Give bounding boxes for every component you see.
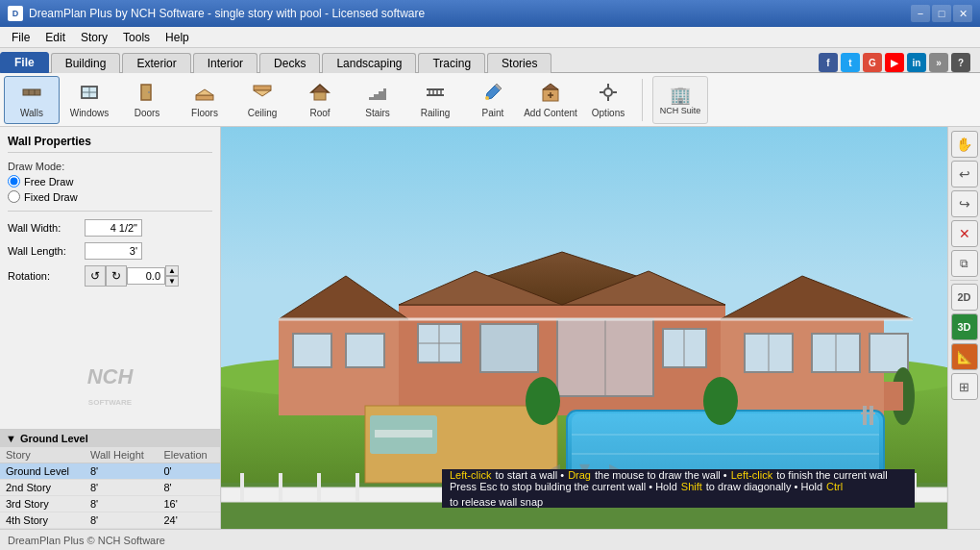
col-elevation: Elevation	[158, 447, 220, 463]
options-icon	[598, 82, 619, 106]
hand-tool[interactable]: ✋	[951, 131, 978, 158]
fixed-draw-option[interactable]: Fixed Draw	[8, 190, 212, 203]
copy-tool[interactable]: ⧉	[951, 250, 978, 277]
free-draw-option[interactable]: Free Draw	[8, 175, 212, 188]
story-row-2[interactable]: 3rd Story 8' 16'	[0, 496, 220, 512]
story-name-2: 3rd Story	[0, 496, 85, 512]
svg-rect-14	[314, 92, 326, 100]
status-text-1: to start a wall •	[495, 469, 564, 481]
toolbar-divider	[642, 79, 643, 121]
toolbar-paint[interactable]: Paint	[465, 76, 521, 124]
rotation-spinner: ▲ ▼	[165, 265, 179, 287]
tab-building[interactable]: Building	[51, 53, 121, 73]
toolbar-roof[interactable]: Roof	[292, 76, 348, 124]
tab-row: File Building Exterior Interior Decks La…	[0, 48, 980, 73]
story-height-0: 8'	[85, 463, 158, 480]
story-row-1[interactable]: 2nd Story 8' 8'	[0, 480, 220, 496]
viewport[interactable]: ◂ ▾ ▸ Left-click to start a wall • Drag …	[221, 127, 947, 529]
help-icon[interactable]: ?	[951, 53, 970, 72]
redo-tool[interactable]: ↪	[951, 190, 978, 217]
svg-rect-55	[346, 334, 384, 367]
menu-file[interactable]: File	[4, 29, 37, 46]
ground-level-header[interactable]: ▼ Ground Level	[0, 430, 220, 447]
ceiling-icon	[252, 82, 273, 106]
fixed-draw-radio[interactable]	[8, 190, 20, 203]
roof-icon	[309, 82, 331, 106]
story-height-2: 8'	[85, 496, 158, 512]
free-draw-radio[interactable]	[8, 175, 20, 188]
toolbar-doors[interactable]: Doors	[119, 76, 175, 124]
railing-icon	[425, 82, 446, 106]
svg-point-82	[703, 377, 738, 425]
tab-decks[interactable]: Decks	[259, 53, 320, 73]
rotate-right-button[interactable]: ↻	[106, 265, 127, 287]
tab-interior[interactable]: Interior	[193, 53, 257, 73]
tab-landscaping[interactable]: Landscaping	[322, 53, 416, 73]
rotate-left-button[interactable]: ↺	[85, 265, 106, 287]
status-text-2: the mouse to draw the wall •	[595, 469, 727, 481]
youtube-icon[interactable]: ▶	[885, 53, 904, 72]
story-row-3[interactable]: 4th Story 8' 24'	[0, 512, 220, 529]
svg-rect-68	[863, 406, 867, 425]
toolbar-options[interactable]: Options	[580, 76, 636, 124]
tab-file[interactable]: File	[0, 52, 49, 73]
close-button[interactable]: ✕	[953, 5, 972, 22]
grid-tool[interactable]: ⊞	[951, 373, 978, 400]
facebook-icon[interactable]: f	[819, 53, 838, 72]
undo-tool[interactable]: ↩	[951, 161, 978, 188]
more-icon[interactable]: »	[929, 53, 948, 72]
status-esc-text: Press Esc to stop building the current w…	[450, 481, 677, 492]
nch-suite-icon: 🏢	[670, 85, 691, 106]
story-table-body: Ground Level 8' 0' 2nd Story 8' 8' 3rd S…	[0, 463, 220, 529]
story-row-0[interactable]: Ground Level 8' 0'	[0, 463, 220, 480]
toolbar-right-area: f t G ▶ in » ?	[819, 53, 980, 72]
walls-icon	[21, 82, 42, 106]
svg-point-81	[526, 377, 560, 425]
menu-edit[interactable]: Edit	[37, 29, 73, 46]
toolbar-ceiling[interactable]: Ceiling	[234, 76, 290, 124]
toolbar-add-content[interactable]: Add Content	[523, 76, 578, 124]
col-wall-height: Wall Height	[85, 447, 158, 463]
status-line-2: Press Esc to stop building the current w…	[450, 481, 907, 508]
tab-tracing[interactable]: Tracing	[418, 53, 485, 73]
toolbar-floors[interactable]: Floors	[177, 76, 233, 124]
rotation-up-button[interactable]: ▲	[165, 265, 179, 276]
svg-marker-13	[311, 85, 329, 92]
wall-width-label: Wall Width:	[8, 222, 85, 234]
story-elevation-2: 16'	[158, 496, 220, 512]
wall-length-input[interactable]: 3'	[85, 242, 142, 260]
toolbar-stairs[interactable]: Stairs	[350, 76, 405, 124]
tab-exterior[interactable]: Exterior	[122, 53, 190, 73]
wall-properties-title: Wall Properties	[8, 135, 212, 153]
minimize-button[interactable]: −	[911, 5, 930, 22]
3d-tool[interactable]: 3D	[951, 313, 978, 340]
rotation-label: Rotation:	[8, 270, 85, 282]
linkedin-icon[interactable]: in	[907, 53, 926, 72]
paint-icon	[482, 82, 503, 106]
menu-bar: File Edit Story Tools Help	[0, 27, 980, 48]
toolbar-windows[interactable]: Windows	[61, 76, 117, 124]
nch-suite-button[interactable]: 🏢 NCH Suite	[652, 76, 708, 124]
svg-point-8	[148, 91, 150, 93]
menu-story[interactable]: Story	[73, 29, 115, 46]
menu-help[interactable]: Help	[158, 29, 197, 46]
google-icon[interactable]: G	[863, 53, 882, 72]
maximize-button[interactable]: □	[932, 5, 951, 22]
app-logo: D	[8, 6, 23, 21]
nch-suite-label: NCH Suite	[660, 106, 701, 115]
measure-tool[interactable]: 📐	[951, 343, 978, 370]
tab-stories[interactable]: Stories	[487, 53, 551, 73]
toolbar-walls[interactable]: Walls	[4, 76, 60, 124]
twitter-icon[interactable]: t	[841, 53, 860, 72]
svg-rect-9	[196, 95, 213, 100]
wall-width-input[interactable]: 4 1/2"	[85, 219, 142, 237]
2d-tool[interactable]: 2D	[951, 284, 978, 311]
rotation-input[interactable]: 0.0	[127, 267, 165, 285]
toolbar-railing[interactable]: Railing	[407, 76, 463, 124]
bottom-bar: DreamPlan Plus © NCH Software	[0, 529, 980, 550]
nch-logo-sub: SOFTWARE	[88, 398, 132, 407]
delete-tool[interactable]: ✕	[951, 220, 978, 247]
status-text-5: to release wall snap	[450, 496, 543, 508]
menu-tools[interactable]: Tools	[115, 29, 158, 46]
rotation-down-button[interactable]: ▼	[165, 276, 179, 287]
